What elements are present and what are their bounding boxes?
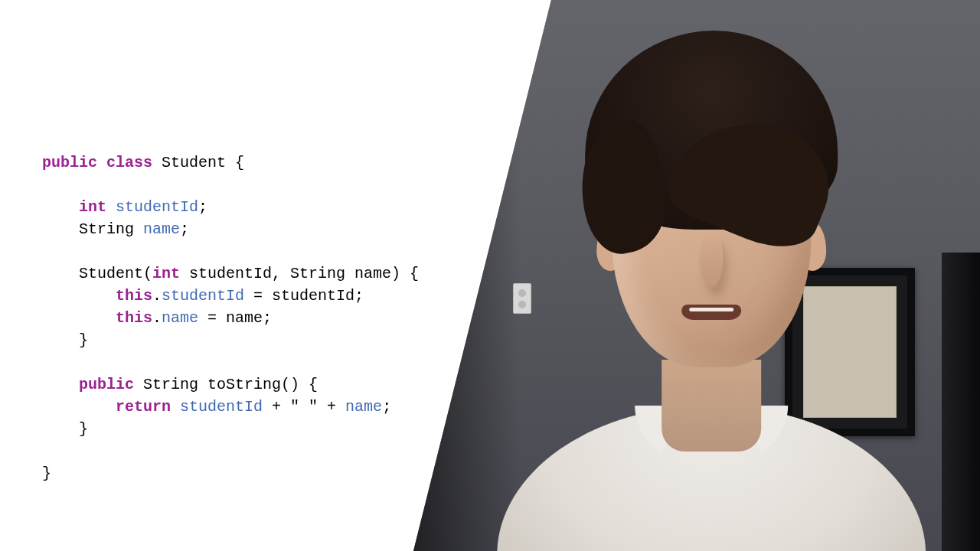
code-token: .	[152, 309, 162, 327]
code-token: name	[162, 309, 198, 327]
presenter-hair	[585, 31, 838, 230]
nose	[700, 233, 723, 287]
code-token: class	[106, 154, 152, 171]
code-token	[97, 154, 106, 171]
code-token: this	[116, 309, 152, 327]
code-token: studentId	[180, 398, 263, 416]
presenter-figure	[528, 23, 895, 551]
code-token	[171, 398, 180, 416]
code-token: public	[79, 376, 134, 393]
code-token: studentId	[116, 198, 198, 216]
code-token: public	[42, 154, 97, 171]
code-token: .	[152, 287, 162, 305]
presenter-neck	[662, 360, 761, 452]
code-token: int	[152, 265, 180, 282]
mouth	[681, 305, 741, 320]
code-token	[106, 198, 116, 216]
door-edge	[942, 253, 980, 551]
code-token: + " " +	[263, 398, 345, 416]
code-token: int	[79, 198, 106, 216]
code-token: studentId	[162, 287, 244, 305]
code-token: return	[116, 398, 171, 416]
code-token: name	[143, 220, 180, 238]
code-token: name	[345, 398, 382, 416]
code-token: Student {	[152, 154, 244, 171]
code-token	[42, 198, 79, 216]
code-token: this	[116, 287, 152, 305]
